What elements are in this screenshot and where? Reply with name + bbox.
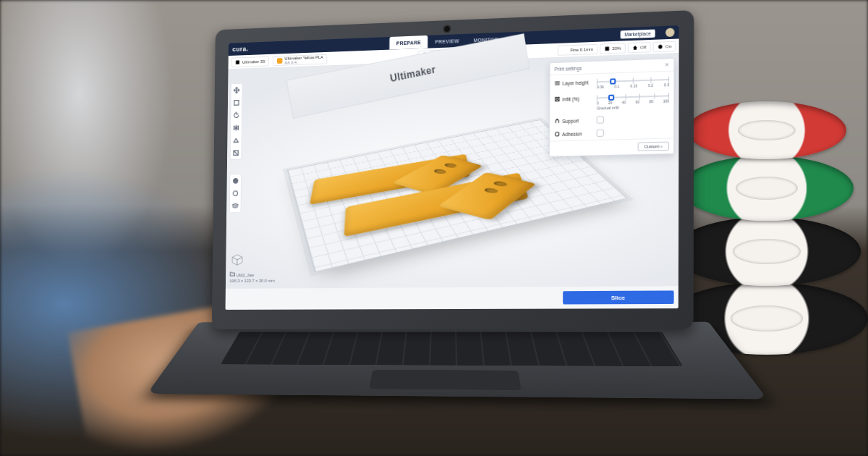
rotate-tool[interactable]	[231, 109, 242, 122]
move-tool[interactable]	[231, 84, 242, 97]
svg-point-2	[658, 44, 663, 48]
layer-height-label: Layer height	[563, 80, 589, 85]
object-dimensions: 195.3 × 123.7 × 20.0 mm	[229, 279, 274, 283]
printer-name: Ultimaker S5	[242, 59, 265, 64]
mesh-tool[interactable]	[231, 134, 242, 147]
adhesion-chip[interactable]: On	[653, 41, 676, 51]
cura-app: cura. PREPARE PREVIEW MONITOR Marketplac…	[226, 25, 679, 310]
tab-prepare[interactable]: PREPARE	[389, 35, 427, 50]
material-swatch	[277, 58, 283, 64]
svg-rect-0	[236, 60, 239, 64]
support-value: Off	[640, 45, 646, 49]
material-selector[interactable]: Ultimaker Yellow PLA AA 0.4	[273, 54, 328, 65]
laptop-keyboard	[147, 322, 767, 400]
transform-toolstrip	[230, 83, 243, 160]
scale-tool[interactable]	[231, 96, 242, 109]
view-layer[interactable]	[230, 200, 241, 213]
adhesion-checkbox[interactable]	[597, 130, 604, 137]
close-icon[interactable]: ✕	[665, 62, 669, 68]
print-settings-panel: Print settings ✕ Layer height 0.06 0.1	[549, 58, 674, 157]
infill-thumb[interactable]	[608, 95, 614, 101]
orientation-cube[interactable]	[230, 252, 245, 268]
print-settings-title: Print settings	[555, 65, 582, 71]
printer-icon	[235, 59, 240, 65]
material-sub: AA 0.4	[284, 59, 323, 64]
svg-point-5	[234, 179, 238, 184]
laptop: cura. PREPARE PREVIEW MONITOR Marketplac…	[210, 10, 694, 412]
printer-brand-label: Ultimaker	[389, 64, 436, 84]
adhesion-icon	[658, 43, 663, 49]
profile-value: Fine 0.1mm	[570, 47, 593, 52]
filament-spool	[680, 156, 854, 221]
printer-selector[interactable]: Ultimaker S5	[231, 56, 269, 67]
quick-settings: Fine 0.1mm 20% Off On	[558, 41, 676, 55]
svg-point-6	[233, 191, 237, 196]
object-info: UM2_Jaw 195.3 × 123.7 × 20.0 mm	[229, 271, 274, 284]
slice-button[interactable]: Slice	[563, 290, 674, 304]
viewport[interactable]: Ultimaker UM2_Jaw	[226, 54, 679, 289]
adhesion-label: Adhesion	[562, 131, 582, 137]
layer-height-thumb[interactable]	[610, 78, 616, 84]
infill-chip[interactable]: 20%	[600, 43, 626, 54]
view-toolstrip	[229, 174, 242, 213]
filament-spool	[687, 101, 846, 159]
support-label: Support	[562, 118, 579, 124]
layer-height-slider[interactable]: 0.06 0.1 0.15 0.2 0.3	[597, 75, 669, 87]
svg-point-8	[556, 132, 559, 137]
laptop-screen-frame: cura. PREPARE PREVIEW MONITOR Marketplac…	[212, 10, 694, 329]
custom-settings-button[interactable]: Custom ›	[637, 142, 669, 151]
gradual-infill-label: Gradual infill	[597, 106, 619, 111]
svg-rect-3	[234, 101, 239, 106]
layers-icon	[562, 47, 568, 53]
view-xray[interactable]	[230, 187, 241, 200]
support-chip[interactable]: Off	[628, 42, 651, 53]
app-logo: cura.	[232, 46, 248, 53]
adhesion-value: On	[665, 44, 671, 48]
avatar[interactable]	[665, 28, 674, 37]
infill-icon	[604, 46, 610, 51]
open-file-button[interactable]	[230, 274, 235, 278]
infill-label: Infill (%)	[562, 96, 579, 102]
mirror-tool[interactable]	[231, 122, 242, 135]
infill-slider[interactable]: 0 20 40 60 80 100	[597, 90, 669, 103]
object-filename: UM2_Jaw	[237, 274, 255, 278]
support-checkbox[interactable]	[597, 116, 604, 123]
filament-spool	[673, 217, 861, 286]
profile-chip[interactable]: Fine 0.1mm	[558, 43, 597, 55]
support-icon	[632, 44, 638, 50]
marketplace-button[interactable]: Marketplace	[620, 29, 655, 38]
view-solid[interactable]	[230, 174, 241, 187]
svg-rect-1	[605, 46, 609, 51]
webcam	[444, 26, 450, 32]
support-blocker-tool[interactable]	[231, 146, 242, 159]
infill-value: 20%	[612, 46, 621, 51]
